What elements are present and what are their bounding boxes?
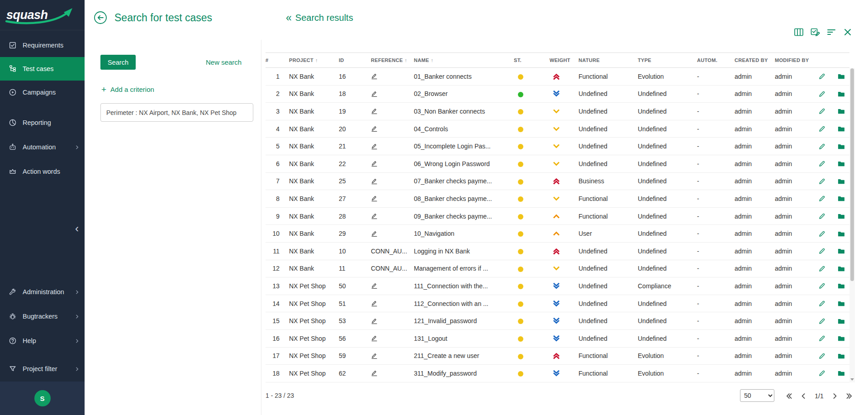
edit-reference-icon[interactable] — [371, 125, 412, 132]
search-results-link[interactable]: « Search results — [286, 11, 353, 24]
edit-test-case-icon[interactable] — [818, 160, 826, 167]
show-in-tree-folder-icon[interactable] — [837, 160, 845, 167]
cell-name[interactable]: 211_Create a new user — [412, 352, 510, 359]
table-row[interactable]: 11NX Bank10CONN_AU...Logging in NX BankU… — [266, 243, 849, 260]
table-row[interactable]: 1NX Bank1601_Banker connectsFunctionalEv… — [266, 68, 849, 86]
show-in-tree-folder-icon[interactable] — [837, 300, 845, 307]
edit-reference-icon[interactable] — [371, 335, 412, 342]
edit-test-case-icon[interactable] — [818, 212, 826, 220]
edit-test-case-icon[interactable] — [818, 369, 826, 377]
edit-reference-icon[interactable] — [371, 143, 412, 150]
show-in-tree-folder-icon[interactable] — [837, 143, 845, 150]
table-row[interactable]: 14NX Pet Shop51112_Connection with an ..… — [266, 295, 849, 313]
column-header-nature[interactable]: NATURE — [571, 57, 630, 63]
show-in-tree-folder-icon[interactable] — [837, 125, 845, 133]
edit-test-case-icon[interactable] — [818, 177, 826, 185]
column-header-modified-by[interactable]: MODIFIED BY — [768, 57, 812, 63]
edit-reference-icon[interactable] — [371, 73, 412, 80]
cell-name[interactable]: 03_Non Banker connects — [412, 108, 510, 115]
new-search-link[interactable]: New search — [206, 58, 242, 66]
cell-name[interactable]: 07_Banker checks payme... — [412, 177, 510, 185]
edit-reference-icon[interactable] — [371, 160, 412, 167]
column-header-id[interactable]: ID — [337, 57, 367, 63]
edit-test-case-icon[interactable] — [818, 107, 826, 115]
show-in-tree-folder-icon[interactable] — [837, 72, 845, 80]
show-in-tree-folder-icon[interactable] — [837, 369, 845, 377]
edit-reference-icon[interactable] — [371, 213, 412, 219]
close-results-button[interactable] — [842, 27, 853, 38]
cell-name[interactable]: 05_Incomplete Login Pas... — [412, 143, 510, 150]
scrollbar-thumb[interactable] — [850, 68, 854, 281]
column-header-name[interactable]: NAME↑ — [412, 57, 510, 63]
edit-test-case-icon[interactable] — [818, 265, 826, 272]
first-page-button[interactable] — [783, 391, 793, 401]
edit-test-case-icon[interactable] — [818, 300, 826, 307]
table-row[interactable]: 4NX Bank2004_ControlsUndefinedUndefined-… — [266, 120, 849, 138]
scrollbar-down-arrow-icon[interactable] — [850, 377, 854, 382]
cell-name[interactable]: 02_Browser — [412, 90, 510, 97]
edit-reference-icon[interactable] — [371, 230, 412, 237]
table-row[interactable]: 17NX Pet Shop59211_Create a new userFunc… — [266, 348, 849, 365]
column-header-project[interactable]: PROJECT↑ — [284, 57, 337, 63]
last-page-button[interactable] — [845, 391, 855, 401]
cell-name[interactable]: 10_Navigation — [412, 230, 510, 237]
cell-name[interactable]: 09_Banker checks payme... — [412, 213, 510, 220]
edit-reference-icon[interactable] — [371, 370, 412, 377]
edit-test-case-icon[interactable] — [818, 282, 826, 290]
column-header-weight[interactable]: WEIGHT — [542, 57, 571, 63]
page-size-select[interactable]: 50 — [740, 389, 774, 402]
edit-reference-icon[interactable] — [371, 108, 412, 114]
table-row[interactable]: 13NX Pet Shop50111_Connection with the..… — [266, 277, 849, 295]
next-page-button[interactable] — [830, 391, 840, 401]
edit-reference-icon[interactable] — [371, 178, 412, 185]
show-in-tree-folder-icon[interactable] — [837, 265, 845, 272]
column-header-type[interactable]: TYPE — [630, 57, 689, 63]
show-in-tree-folder-icon[interactable] — [837, 90, 845, 98]
show-in-tree-folder-icon[interactable] — [837, 177, 845, 185]
edit-test-case-icon[interactable] — [818, 125, 826, 133]
cell-name[interactable]: 121_Invalid_password — [412, 317, 510, 324]
edit-test-case-icon[interactable] — [818, 317, 826, 325]
show-in-tree-folder-icon[interactable] — [837, 195, 845, 202]
show-in-tree-folder-icon[interactable] — [837, 212, 845, 220]
edit-test-case-icon[interactable] — [818, 143, 826, 150]
sidebar-item-reporting[interactable]: Reporting — [0, 110, 85, 135]
show-in-tree-folder-icon[interactable] — [837, 247, 845, 255]
back-button[interactable] — [94, 11, 107, 24]
user-avatar[interactable]: S — [34, 390, 51, 406]
table-row[interactable]: 12NX Bank11CONN_AU...Management of error… — [266, 260, 849, 278]
edit-test-case-icon[interactable] — [818, 352, 826, 360]
column-header-created-by[interactable]: CREATED BY — [726, 57, 768, 63]
edit-reference-icon[interactable] — [371, 195, 412, 202]
table-row[interactable]: 6NX Bank2206_Wrong Login PasswordUndefin… — [266, 155, 849, 173]
sidebar-item-bugtrackers[interactable]: Bugtrackers — [0, 304, 85, 329]
configure-columns-button[interactable] — [793, 27, 804, 38]
sidebar-item-administration[interactable]: Administration — [0, 280, 85, 304]
cell-name[interactable]: 01_Banker connects — [412, 73, 510, 80]
show-in-tree-folder-icon[interactable] — [837, 282, 845, 290]
table-row[interactable]: 15NX Pet Shop53121_Invalid_passwordUndef… — [266, 312, 849, 330]
show-in-tree-folder-icon[interactable] — [837, 107, 845, 115]
edit-test-case-icon[interactable] — [818, 72, 826, 80]
show-in-tree-folder-icon[interactable] — [837, 230, 845, 238]
edit-test-case-icon[interactable] — [818, 230, 826, 238]
filter-button[interactable] — [826, 27, 837, 38]
sidebar-collapse-button[interactable]: ‹ — [71, 223, 83, 234]
edit-test-case-icon[interactable] — [818, 90, 826, 98]
table-row[interactable]: 8NX Bank2708_Banker checks payme...Funct… — [266, 190, 849, 208]
cell-name[interactable]: 311_Modify_password — [412, 370, 510, 377]
sidebar-item-action-words[interactable]: Action words — [0, 159, 85, 184]
table-row[interactable]: 16NX Pet Shop56131_LogoutUndefinedUndefi… — [266, 330, 849, 348]
perimeter-criterion-chip[interactable]: Perimeter : NX Airport, NX Bank, NX Pet … — [100, 103, 253, 122]
edit-test-case-icon[interactable] — [818, 247, 826, 255]
edit-reference-icon[interactable] — [371, 91, 412, 97]
previous-page-button[interactable] — [798, 391, 808, 401]
cell-name[interactable]: 112_Connection with an ... — [412, 300, 510, 307]
column-header--[interactable]: # — [266, 57, 284, 63]
table-row[interactable]: 2NX Bank1802_BrowserUndefinedUndefined-a… — [266, 86, 849, 103]
table-row[interactable]: 5NX Bank2105_Incomplete Login Pas...Unde… — [266, 138, 849, 155]
column-header-autom-[interactable]: AUTOM. — [689, 57, 726, 63]
cell-name[interactable]: 111_Connection with the... — [412, 282, 510, 290]
show-in-tree-folder-icon[interactable] — [837, 352, 845, 360]
table-row[interactable]: 3NX Bank1903_Non Banker connectsUndefine… — [266, 103, 849, 120]
